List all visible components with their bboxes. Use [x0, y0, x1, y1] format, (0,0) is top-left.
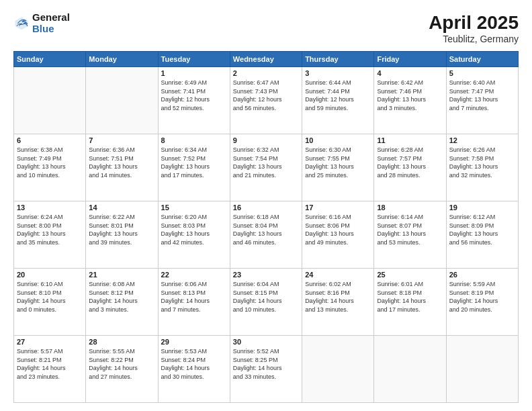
calendar-cell-w5-d7 [446, 336, 518, 403]
day-number: 13 [17, 203, 83, 212]
day-number: 16 [233, 203, 299, 212]
logo: General Blue [13, 12, 70, 34]
calendar-cell-w5-d2: 28Sunrise: 5:55 AM Sunset: 8:22 PM Dayli… [86, 336, 158, 403]
calendar-header-row: Sunday Monday Tuesday Wednesday Thursday… [14, 52, 519, 67]
logo-text: General Blue [32, 12, 70, 34]
calendar-cell-w1-d6: 4Sunrise: 6:42 AM Sunset: 7:46 PM Daylig… [374, 67, 446, 134]
day-number: 28 [89, 338, 154, 346]
day-info: Sunrise: 6:08 AM Sunset: 8:12 PM Dayligh… [89, 280, 154, 314]
calendar-cell-w4-d5: 24Sunrise: 6:02 AM Sunset: 8:16 PM Dayli… [302, 269, 374, 336]
day-number: 23 [233, 271, 299, 279]
day-number: 18 [377, 203, 443, 212]
calendar-week-2: 6Sunrise: 6:38 AM Sunset: 7:49 PM Daylig… [14, 134, 519, 201]
col-sunday: Sunday [14, 52, 86, 67]
day-number: 15 [161, 203, 227, 212]
calendar-week-1: 1Sunrise: 6:49 AM Sunset: 7:41 PM Daylig… [14, 67, 519, 134]
day-number: 8 [161, 136, 227, 144]
day-number: 12 [449, 136, 515, 144]
calendar-cell-w3-d6: 18Sunrise: 6:14 AM Sunset: 8:07 PM Dayli… [374, 201, 446, 269]
day-info: Sunrise: 6:26 AM Sunset: 7:58 PM Dayligh… [449, 146, 515, 179]
day-info: Sunrise: 6:28 AM Sunset: 7:57 PM Dayligh… [377, 146, 443, 179]
logo-icon [13, 15, 30, 32]
day-number: 11 [377, 136, 443, 144]
calendar-cell-w4-d7: 26Sunrise: 5:59 AM Sunset: 8:19 PM Dayli… [446, 269, 518, 336]
calendar-cell-w3-d3: 15Sunrise: 6:20 AM Sunset: 8:03 PM Dayli… [158, 201, 230, 269]
day-number: 10 [305, 136, 371, 144]
day-info: Sunrise: 6:10 AM Sunset: 8:10 PM Dayligh… [17, 280, 83, 314]
calendar-cell-w5-d3: 29Sunrise: 5:53 AM Sunset: 8:24 PM Dayli… [158, 336, 230, 403]
day-info: Sunrise: 6:40 AM Sunset: 7:47 PM Dayligh… [449, 79, 515, 112]
day-info: Sunrise: 6:36 AM Sunset: 7:51 PM Dayligh… [89, 146, 154, 179]
day-info: Sunrise: 6:22 AM Sunset: 8:01 PM Dayligh… [89, 213, 154, 246]
day-info: Sunrise: 6:18 AM Sunset: 8:04 PM Dayligh… [233, 213, 299, 246]
day-info: Sunrise: 5:52 AM Sunset: 8:25 PM Dayligh… [233, 347, 299, 381]
col-thursday: Thursday [302, 52, 374, 67]
calendar-cell-w5-d5 [302, 336, 374, 403]
calendar-cell-w5-d4: 30Sunrise: 5:52 AM Sunset: 8:25 PM Dayli… [230, 336, 302, 403]
calendar-cell-w2-d7: 12Sunrise: 6:26 AM Sunset: 7:58 PM Dayli… [446, 134, 518, 201]
day-number: 4 [377, 69, 443, 77]
calendar-title: April 2025 [429, 12, 519, 34]
header: General Blue April 2025 Teublitz, German… [13, 12, 519, 44]
day-info: Sunrise: 6:16 AM Sunset: 8:06 PM Dayligh… [305, 213, 371, 246]
day-info: Sunrise: 6:14 AM Sunset: 8:07 PM Dayligh… [377, 213, 443, 246]
calendar-cell-w1-d2 [86, 67, 158, 134]
day-info: Sunrise: 6:24 AM Sunset: 8:00 PM Dayligh… [17, 213, 83, 246]
calendar-cell-w3-d7: 19Sunrise: 6:12 AM Sunset: 8:09 PM Dayli… [446, 201, 518, 269]
calendar-cell-w2-d6: 11Sunrise: 6:28 AM Sunset: 7:57 PM Dayli… [374, 134, 446, 201]
calendar-cell-w2-d5: 10Sunrise: 6:30 AM Sunset: 7:55 PM Dayli… [302, 134, 374, 201]
day-number: 21 [89, 271, 154, 279]
calendar-week-5: 27Sunrise: 5:57 AM Sunset: 8:21 PM Dayli… [14, 336, 519, 403]
page: General Blue April 2025 Teublitz, German… [0, 0, 532, 411]
calendar-cell-w1-d5: 3Sunrise: 6:44 AM Sunset: 7:44 PM Daylig… [302, 67, 374, 134]
calendar-cell-w1-d4: 2Sunrise: 6:47 AM Sunset: 7:43 PM Daylig… [230, 67, 302, 134]
logo-general-text: General [32, 12, 70, 24]
day-info: Sunrise: 6:38 AM Sunset: 7:49 PM Dayligh… [17, 146, 83, 179]
day-info: Sunrise: 6:01 AM Sunset: 8:18 PM Dayligh… [377, 280, 443, 314]
day-number: 17 [305, 203, 371, 212]
col-friday: Friday [374, 52, 446, 67]
logo-blue-text: Blue [32, 24, 70, 35]
day-info: Sunrise: 6:44 AM Sunset: 7:44 PM Dayligh… [305, 79, 371, 112]
day-number: 9 [233, 136, 299, 144]
col-saturday: Saturday [446, 52, 518, 67]
day-number: 2 [233, 69, 299, 77]
day-info: Sunrise: 5:55 AM Sunset: 8:22 PM Dayligh… [89, 347, 154, 381]
calendar-cell-w3-d1: 13Sunrise: 6:24 AM Sunset: 8:00 PM Dayli… [14, 201, 86, 269]
calendar-table: Sunday Monday Tuesday Wednesday Thursday… [13, 51, 519, 403]
calendar-cell-w4-d1: 20Sunrise: 6:10 AM Sunset: 8:10 PM Dayli… [14, 269, 86, 336]
day-number: 19 [449, 203, 515, 212]
calendar-cell-w5-d6 [374, 336, 446, 403]
calendar-cell-w1-d1 [14, 67, 86, 134]
day-number: 29 [161, 338, 227, 346]
calendar-cell-w1-d7: 5Sunrise: 6:40 AM Sunset: 7:47 PM Daylig… [446, 67, 518, 134]
day-number: 14 [89, 203, 154, 212]
calendar-cell-w2-d1: 6Sunrise: 6:38 AM Sunset: 7:49 PM Daylig… [14, 134, 86, 201]
day-number: 20 [17, 271, 83, 279]
day-info: Sunrise: 5:53 AM Sunset: 8:24 PM Dayligh… [161, 347, 227, 381]
day-info: Sunrise: 5:57 AM Sunset: 8:21 PM Dayligh… [17, 347, 83, 381]
calendar-cell-w4-d4: 23Sunrise: 6:04 AM Sunset: 8:15 PM Dayli… [230, 269, 302, 336]
day-number: 26 [449, 271, 515, 279]
day-number: 1 [161, 69, 227, 77]
col-wednesday: Wednesday [230, 52, 302, 67]
calendar-week-3: 13Sunrise: 6:24 AM Sunset: 8:00 PM Dayli… [14, 201, 519, 269]
day-info: Sunrise: 6:49 AM Sunset: 7:41 PM Dayligh… [161, 79, 227, 112]
day-number: 27 [17, 338, 83, 346]
calendar-subtitle: Teublitz, Germany [429, 34, 519, 44]
day-info: Sunrise: 6:12 AM Sunset: 8:09 PM Dayligh… [449, 213, 515, 246]
day-info: Sunrise: 6:32 AM Sunset: 7:54 PM Dayligh… [233, 146, 299, 179]
calendar-cell-w4-d2: 21Sunrise: 6:08 AM Sunset: 8:12 PM Dayli… [86, 269, 158, 336]
col-monday: Monday [86, 52, 158, 67]
day-info: Sunrise: 6:20 AM Sunset: 8:03 PM Dayligh… [161, 213, 227, 246]
col-tuesday: Tuesday [158, 52, 230, 67]
calendar-week-4: 20Sunrise: 6:10 AM Sunset: 8:10 PM Dayli… [14, 269, 519, 336]
calendar-cell-w5-d1: 27Sunrise: 5:57 AM Sunset: 8:21 PM Dayli… [14, 336, 86, 403]
calendar-cell-w2-d2: 7Sunrise: 6:36 AM Sunset: 7:51 PM Daylig… [86, 134, 158, 201]
title-block: April 2025 Teublitz, Germany [429, 12, 519, 44]
day-info: Sunrise: 5:59 AM Sunset: 8:19 PM Dayligh… [449, 280, 515, 314]
day-number: 5 [449, 69, 515, 77]
day-info: Sunrise: 6:04 AM Sunset: 8:15 PM Dayligh… [233, 280, 299, 314]
day-info: Sunrise: 6:42 AM Sunset: 7:46 PM Dayligh… [377, 79, 443, 112]
calendar-cell-w4-d6: 25Sunrise: 6:01 AM Sunset: 8:18 PM Dayli… [374, 269, 446, 336]
